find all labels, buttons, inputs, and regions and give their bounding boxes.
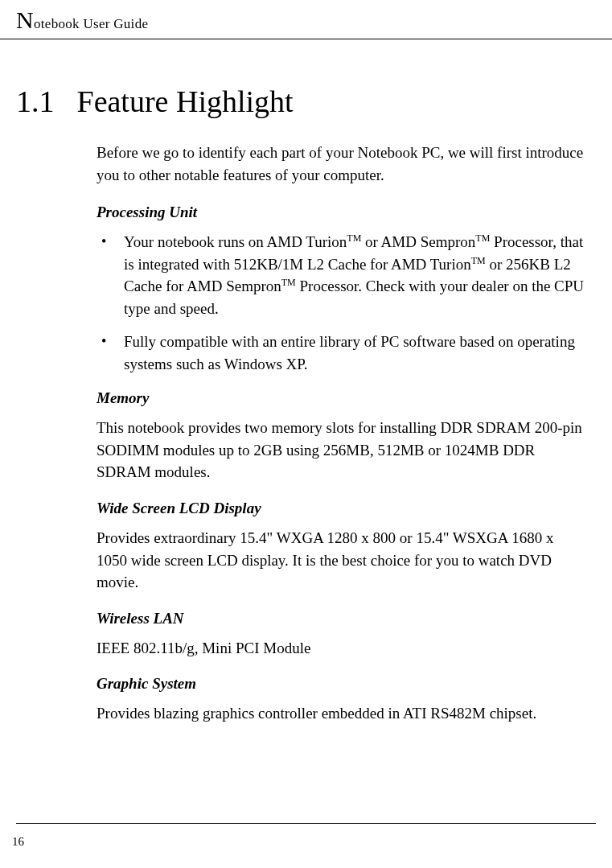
page-header: Notebook User Guide bbox=[0, 0, 612, 39]
display-text: Provides extraordinary 15.4" WXGA 1280 x… bbox=[97, 527, 588, 594]
section-title: Feature Highlight bbox=[77, 84, 294, 118]
list-item: Your notebook runs on AMD TurionTM or AM… bbox=[97, 231, 588, 319]
memory-heading: Memory bbox=[97, 389, 588, 407]
display-heading: Wide Screen LCD Display bbox=[97, 500, 588, 517]
processing-unit-list: Your notebook runs on AMD TurionTM or AM… bbox=[97, 231, 588, 375]
body-content: Before we go to identify each part of yo… bbox=[97, 142, 588, 725]
list-item: Fully compatible with an entire library … bbox=[97, 331, 588, 375]
intro-paragraph: Before we go to identify each part of yo… bbox=[97, 142, 588, 186]
graphic-heading: Graphic System bbox=[97, 675, 588, 693]
section-heading: 1.1Feature Highlight bbox=[16, 84, 588, 119]
header-title-rest: otebook User Guide bbox=[34, 16, 148, 31]
page-content: 1.1Feature Highlight Before we go to ide… bbox=[0, 39, 612, 725]
memory-text: This notebook provides two memory slots … bbox=[97, 417, 588, 483]
graphic-text: Provides blazing graphics controller emb… bbox=[97, 702, 588, 725]
header-title: Notebook User Guide bbox=[16, 6, 596, 34]
page-footer: 16 bbox=[16, 823, 596, 849]
section-number: 1.1 bbox=[16, 84, 55, 118]
page-number: 16 bbox=[12, 835, 596, 849]
processing-unit-heading: Processing Unit bbox=[97, 204, 588, 221]
wireless-heading: Wireless LAN bbox=[97, 610, 588, 627]
wireless-text: IEEE 802.11b/g, Mini PCI Module bbox=[97, 637, 588, 660]
